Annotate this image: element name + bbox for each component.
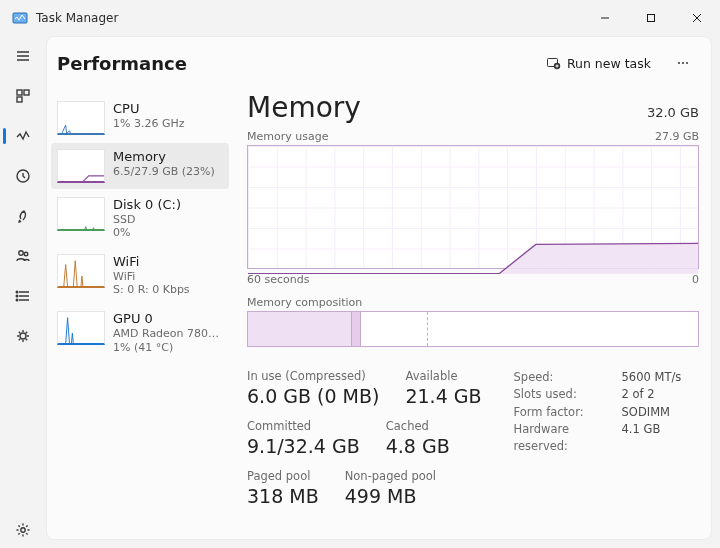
content-header: Performance Run new task [47, 37, 711, 89]
cpu-thumb [57, 101, 105, 135]
resource-disk[interactable]: Disk 0 (C:)SSD0% [51, 191, 229, 246]
nav-users[interactable] [3, 238, 43, 274]
maximize-button[interactable] [628, 0, 674, 36]
memory-composition-bar [247, 311, 699, 347]
nav-startup-apps[interactable] [3, 198, 43, 234]
svg-point-7 [24, 252, 28, 256]
minimize-button[interactable] [582, 0, 628, 36]
svg-rect-1 [648, 15, 655, 22]
svg-rect-3 [24, 90, 29, 95]
svg-point-11 [20, 333, 26, 339]
nav-performance[interactable] [3, 118, 43, 154]
run-new-task-label: Run new task [567, 56, 651, 71]
hamburger-button[interactable] [3, 38, 43, 74]
svg-point-15 [678, 62, 680, 64]
gpu-thumb [57, 311, 105, 345]
nav-details[interactable] [3, 278, 43, 314]
memory-usage-chart [247, 145, 699, 269]
svg-rect-2 [17, 90, 22, 95]
nav-rail [0, 36, 46, 548]
nav-processes[interactable] [3, 78, 43, 114]
stat-nonpaged: 499 MB [345, 485, 436, 507]
window-title: Task Manager [36, 11, 118, 25]
svg-point-9 [16, 295, 18, 297]
nav-services[interactable] [3, 318, 43, 354]
detail-title: Memory [247, 91, 361, 124]
svg-point-12 [21, 528, 25, 532]
stat-cached: 4.8 GB [386, 435, 450, 457]
disk-thumb [57, 197, 105, 231]
svg-point-10 [16, 299, 18, 301]
resource-wifi[interactable]: WiFiWiFiS: 0 R: 0 Kbps [51, 248, 229, 303]
chart-max: 27.9 GB [655, 130, 699, 143]
resource-list: CPU1% 3.26 GHz Memory6.5/27.9 GB (23%) D… [51, 91, 229, 529]
content-card: Performance Run new task CPU1% 3.26 GHz [46, 36, 712, 540]
app-icon [12, 10, 28, 26]
window-buttons [582, 0, 720, 36]
stat-committed: 9.1/32.4 GB [247, 435, 360, 457]
memory-thumb [57, 149, 105, 183]
axis-right: 0 [692, 273, 699, 286]
wifi-thumb [57, 254, 105, 288]
stat-available: 21.4 GB [405, 385, 481, 407]
composition-label: Memory composition [247, 296, 699, 309]
resource-memory[interactable]: Memory6.5/27.9 GB (23%) [51, 143, 229, 189]
run-task-icon [546, 56, 561, 71]
close-button[interactable] [674, 0, 720, 36]
run-new-task-button[interactable]: Run new task [536, 47, 661, 79]
stat-inuse: 6.0 GB (0 MB) [247, 385, 379, 407]
nav-app-history[interactable] [3, 158, 43, 194]
task-manager-window: Task Manager Performance [0, 0, 720, 548]
chart-label: Memory usage [247, 130, 328, 143]
svg-point-8 [16, 291, 18, 293]
resource-gpu[interactable]: GPU 0AMD Radeon 780M ...1% (41 °C) [51, 305, 229, 360]
svg-rect-4 [17, 97, 22, 102]
titlebar[interactable]: Task Manager [0, 0, 720, 36]
svg-point-16 [682, 62, 684, 64]
detail-total: 32.0 GB [647, 105, 699, 120]
detail-pane: Memory 32.0 GB Memory usage27.9 GB 60 se… [229, 91, 707, 529]
settings-button[interactable] [3, 512, 43, 548]
resource-cpu[interactable]: CPU1% 3.26 GHz [51, 95, 229, 141]
axis-left: 60 seconds [247, 273, 309, 286]
stat-paged: 318 MB [247, 485, 319, 507]
more-button[interactable] [665, 47, 701, 79]
svg-point-17 [686, 62, 688, 64]
page-title: Performance [57, 53, 187, 74]
memory-specs: Speed:5600 MT/s Slots used:2 of 2 Form f… [514, 369, 682, 507]
svg-point-6 [19, 251, 23, 255]
